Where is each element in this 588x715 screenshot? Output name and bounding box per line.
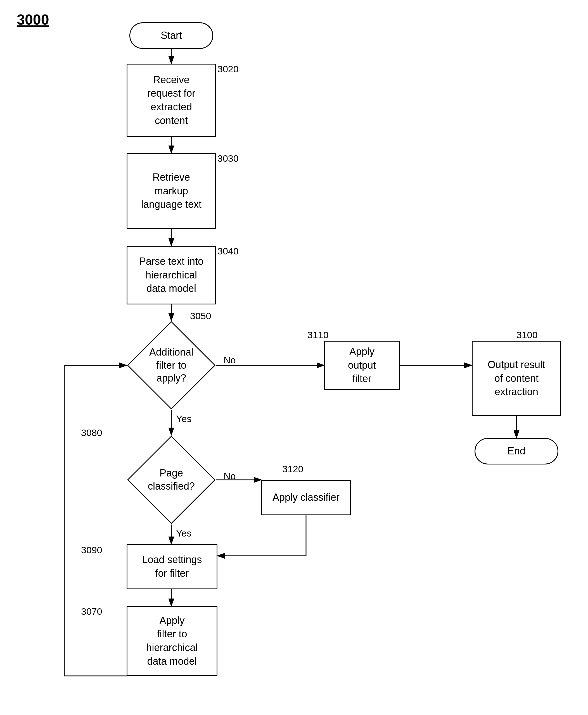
node-3110: Applyoutputfilter: [324, 341, 400, 390]
ref-3050: 3050: [190, 310, 211, 322]
ref-3070: 3070: [81, 606, 102, 617]
node-3080-label: Pageclassified?: [145, 464, 197, 496]
node-3100: Output resultof contentextraction: [472, 341, 561, 416]
ref-3030: 3030: [217, 153, 239, 164]
label-3050-no: No: [224, 355, 236, 366]
ref-3100: 3100: [517, 330, 538, 341]
ref-3120: 3120: [282, 464, 303, 475]
label-3050-yes: Yes: [176, 413, 191, 424]
node-3070-label: Applyfilter tohierarchicaldata model: [141, 611, 203, 671]
ref-3080: 3080: [81, 427, 102, 438]
node-3100-label: Output resultof contentextraction: [482, 355, 551, 402]
node-3110-label: Applyoutputfilter: [342, 342, 381, 389]
node-3030-label: Retrievemarkuplanguage text: [135, 168, 207, 214]
start-node: Start: [129, 22, 213, 49]
flowchart-diagram: 3000 Start 3020 Receiverequest forextrac…: [0, 0, 588, 715]
ref-3020: 3020: [217, 64, 239, 74]
label-3080-no: No: [224, 471, 236, 481]
ref-3040: 3040: [217, 246, 239, 257]
start-label: Start: [155, 26, 188, 45]
end-label: End: [502, 441, 531, 461]
node-3040-label: Parse text intohierarchicaldata model: [133, 252, 209, 298]
node-3120: Apply classifier: [261, 480, 351, 515]
node-3120-label: Apply classifier: [267, 488, 345, 507]
node-3090-label: Load settingsfor filter: [136, 550, 207, 583]
label-3080-yes: Yes: [176, 528, 191, 539]
ref-3090: 3090: [81, 545, 102, 556]
node-3020-label: Receiverequest forextractedcontent: [142, 70, 201, 130]
node-3090: Load settingsfor filter: [127, 544, 217, 589]
node-3050: Additionalfilter toapply?: [127, 321, 216, 410]
node-3050-label: Additionalfilter toapply?: [146, 343, 196, 388]
node-3030: Retrievemarkuplanguage text: [127, 153, 216, 229]
end-node: End: [475, 438, 559, 464]
node-3080: Pageclassified?: [127, 435, 216, 524]
node-3040: Parse text intohierarchicaldata model: [127, 246, 216, 304]
diagram-id: 3000: [17, 11, 49, 28]
node-3070: Applyfilter tohierarchicaldata model: [127, 606, 217, 676]
ref-3110: 3110: [308, 330, 329, 341]
node-3020: Receiverequest forextractedcontent: [127, 64, 216, 137]
